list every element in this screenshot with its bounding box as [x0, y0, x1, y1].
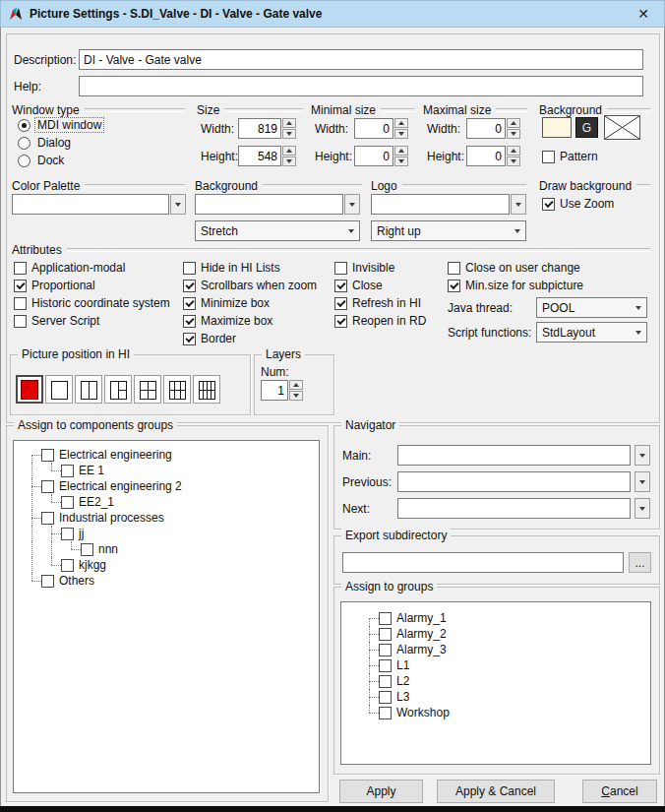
- group-checkbox[interactable]: [379, 612, 392, 625]
- group-checkbox[interactable]: [379, 675, 392, 688]
- spin-down-button[interactable]: [289, 391, 303, 401]
- spin-down-button[interactable]: [394, 156, 408, 166]
- tree-item[interactable]: Electrical engineering 2: [14, 478, 182, 494]
- apply-button[interactable]: Apply: [339, 780, 423, 803]
- layers-num-input[interactable]: [261, 380, 288, 401]
- position-button-eight-panes[interactable]: [193, 375, 220, 404]
- java-thread-select[interactable]: POOL: [536, 297, 647, 318]
- tree-item-checkbox[interactable]: [61, 496, 74, 509]
- tree-item[interactable]: Others: [14, 573, 94, 589]
- use-zoom-checkbox[interactable]: Use Zoom: [542, 197, 614, 211]
- spin-up-button[interactable]: [282, 146, 296, 156]
- export-subdirectory-input[interactable]: [342, 552, 624, 573]
- position-button-whole[interactable]: [45, 375, 73, 404]
- list-item[interactable]: Alarmy_1: [341, 610, 447, 626]
- attr-checkbox-close[interactable]: Close: [334, 279, 383, 292]
- close-icon[interactable]: ✕: [622, 0, 665, 28]
- description-input[interactable]: [79, 49, 643, 70]
- dropdown-button[interactable]: [344, 194, 360, 215]
- list-item[interactable]: L1: [341, 657, 409, 673]
- radio-dock[interactable]: Dock: [18, 154, 66, 167]
- radio-mdi-window[interactable]: MDI window: [18, 118, 103, 132]
- color-palette-input[interactable]: [12, 194, 169, 215]
- list-item[interactable]: Alarmy_3: [341, 642, 447, 657]
- position-button-six-panes[interactable]: [163, 375, 191, 404]
- group-checkbox[interactable]: [379, 707, 392, 719]
- components-groups-tree[interactable]: Electrical engineering EE 1 Electrical e…: [13, 440, 320, 793]
- assign-groups-list[interactable]: Alarmy_1 Alarmy_2 Alarmy_3 L1 L2 L3: [340, 601, 651, 765]
- size-height-input[interactable]: [238, 146, 281, 166]
- position-button-four-panes[interactable]: [134, 375, 161, 404]
- logo-position-select[interactable]: Right up: [371, 220, 526, 241]
- tree-item[interactable]: jj: [14, 526, 84, 541]
- pattern-checkbox[interactable]: Pattern: [542, 150, 598, 163]
- attr-checkbox-reopen-in-rd[interactable]: Reopen in RD: [334, 314, 426, 328]
- attr-checkbox-application-modal[interactable]: Application-modal: [14, 261, 125, 275]
- tree-item-checkbox[interactable]: [41, 449, 54, 462]
- attr-checkbox-scrollbars-when-zoom[interactable]: Scrollbars when zoom: [183, 279, 317, 292]
- list-item[interactable]: L2: [341, 673, 409, 689]
- logo-input[interactable]: [371, 194, 510, 215]
- tree-item-checkbox[interactable]: [61, 528, 74, 540]
- position-button-two-columns[interactable]: [75, 375, 102, 404]
- tree-item[interactable]: Electrical engineering: [14, 447, 172, 463]
- spin-down-button[interactable]: [394, 129, 408, 139]
- help-input[interactable]: [79, 76, 643, 96]
- gradient-button[interactable]: G: [575, 117, 598, 138]
- attr-checkbox-border[interactable]: Border: [183, 332, 236, 345]
- max-width-input[interactable]: [466, 118, 506, 139]
- radio-dialog[interactable]: Dialog: [18, 136, 73, 150]
- tree-item-checkbox[interactable]: [41, 512, 54, 525]
- attr-checkbox-min-size-for-subpicture[interactable]: Min.size for subpicture: [448, 279, 583, 292]
- tree-item[interactable]: EE2_1: [14, 494, 114, 510]
- tree-item-checkbox[interactable]: [81, 543, 93, 556]
- group-checkbox[interactable]: [379, 659, 392, 672]
- dropdown-button[interactable]: [635, 498, 650, 519]
- attr-checkbox-refresh-in-hi[interactable]: Refresh in HI: [334, 296, 421, 310]
- list-item[interactable]: Alarmy_2: [341, 626, 447, 642]
- attr-checkbox-historic-coordinate-system[interactable]: Historic coordinate system: [14, 296, 170, 310]
- apply-and-cancel-button[interactable]: Apply & Cancel: [437, 780, 555, 803]
- browse-button[interactable]: ...: [629, 552, 651, 573]
- spin-up-button[interactable]: [394, 146, 408, 156]
- background-fill-input[interactable]: [195, 194, 343, 215]
- spin-up-button[interactable]: [394, 118, 408, 128]
- tree-item-checkbox[interactable]: [41, 480, 54, 493]
- size-width-input[interactable]: [238, 118, 281, 139]
- spin-down-button[interactable]: [507, 156, 520, 166]
- group-checkbox[interactable]: [379, 691, 392, 704]
- navigator-next-input[interactable]: [397, 498, 631, 519]
- attr-checkbox-hide-in-hi-lists[interactable]: Hide in HI Lists: [183, 261, 280, 275]
- script-functions-select[interactable]: StdLayout: [536, 322, 647, 343]
- group-checkbox[interactable]: [379, 644, 392, 656]
- position-button-full-red[interactable]: [16, 375, 43, 404]
- dropdown-button[interactable]: [635, 445, 650, 466]
- min-height-input[interactable]: [354, 146, 393, 166]
- dropdown-button[interactable]: [635, 471, 650, 492]
- tree-item-checkbox[interactable]: [41, 575, 54, 588]
- background-color-swatch[interactable]: [542, 117, 572, 138]
- position-button-left-and-split-right[interactable]: [104, 375, 132, 404]
- spin-up-button[interactable]: [507, 146, 520, 156]
- background-stretch-select[interactable]: Stretch: [195, 220, 360, 241]
- tree-item[interactable]: Industrial processes: [14, 510, 164, 526]
- list-item[interactable]: Workshop: [341, 705, 450, 720]
- tree-item[interactable]: kjkgg: [14, 557, 106, 573]
- list-item[interactable]: L3: [341, 689, 409, 705]
- attr-checkbox-server-script[interactable]: Server Script: [14, 314, 99, 328]
- dropdown-button[interactable]: [511, 194, 526, 215]
- attr-checkbox-proportional[interactable]: Proportional: [14, 279, 95, 292]
- dropdown-button[interactable]: [170, 194, 186, 215]
- tree-item[interactable]: nnn: [14, 541, 118, 557]
- spin-down-button[interactable]: [282, 156, 296, 166]
- attr-checkbox-minimize-box[interactable]: Minimize box: [183, 296, 270, 310]
- spin-down-button[interactable]: [282, 129, 296, 139]
- attr-checkbox-close-on-user-change[interactable]: Close on user change: [448, 261, 580, 275]
- navigator-main-input[interactable]: [397, 445, 631, 466]
- navigator-previous-input[interactable]: [397, 471, 631, 492]
- spin-up-button[interactable]: [282, 118, 296, 128]
- spin-up-button[interactable]: [507, 118, 520, 128]
- spin-down-button[interactable]: [507, 129, 520, 139]
- attr-checkbox-invisible[interactable]: Invisible: [334, 261, 394, 275]
- group-checkbox[interactable]: [379, 628, 392, 641]
